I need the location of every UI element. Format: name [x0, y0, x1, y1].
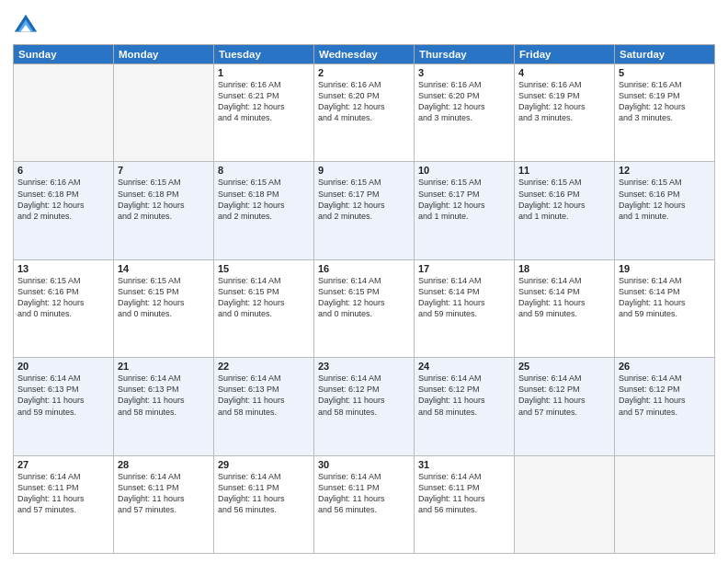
calendar-day-cell: 9Sunrise: 6:15 AM Sunset: 6:17 PM Daylig…: [314, 162, 415, 259]
day-info: Sunrise: 6:15 AM Sunset: 6:15 PM Dayligh…: [118, 275, 210, 320]
calendar-day-cell: 13Sunrise: 6:15 AM Sunset: 6:16 PM Dayli…: [14, 259, 114, 357]
day-info: Sunrise: 6:15 AM Sunset: 6:18 PM Dayligh…: [218, 177, 310, 222]
day-number: 1: [218, 67, 310, 78]
day-number: 29: [218, 459, 310, 470]
day-number: 2: [318, 67, 410, 78]
day-of-week-header: Tuesday: [214, 45, 314, 64]
day-number: 12: [619, 165, 711, 176]
day-info: Sunrise: 6:14 AM Sunset: 6:12 PM Dayligh…: [418, 373, 510, 418]
day-number: 16: [318, 263, 410, 274]
calendar-day-cell: 15Sunrise: 6:14 AM Sunset: 6:15 PM Dayli…: [214, 259, 314, 357]
calendar-week-row: 1Sunrise: 6:16 AM Sunset: 6:21 PM Daylig…: [14, 64, 715, 162]
calendar-week-row: 27Sunrise: 6:14 AM Sunset: 6:11 PM Dayli…: [14, 455, 715, 553]
day-info: Sunrise: 6:16 AM Sunset: 6:20 PM Dayligh…: [318, 79, 410, 124]
day-info: Sunrise: 6:14 AM Sunset: 6:12 PM Dayligh…: [318, 373, 410, 418]
day-number: 28: [118, 459, 210, 470]
calendar-day-cell: 23Sunrise: 6:14 AM Sunset: 6:12 PM Dayli…: [314, 358, 415, 455]
day-number: 26: [619, 361, 711, 372]
calendar-day-cell: 29Sunrise: 6:14 AM Sunset: 6:11 PM Dayli…: [214, 455, 314, 553]
calendar-day-cell: 2Sunrise: 6:16 AM Sunset: 6:20 PM Daylig…: [314, 64, 415, 162]
calendar-day-cell: 5Sunrise: 6:16 AM Sunset: 6:19 PM Daylig…: [615, 64, 715, 162]
day-number: 24: [418, 361, 510, 372]
day-number: 7: [118, 165, 210, 176]
calendar-day-cell: 27Sunrise: 6:14 AM Sunset: 6:11 PM Dayli…: [14, 455, 114, 553]
calendar-day-cell: [114, 64, 214, 162]
calendar-day-cell: 31Sunrise: 6:14 AM Sunset: 6:11 PM Dayli…: [415, 455, 515, 553]
day-number: 15: [218, 263, 310, 274]
day-info: Sunrise: 6:14 AM Sunset: 6:11 PM Dayligh…: [118, 471, 210, 516]
day-of-week-header: Saturday: [615, 45, 715, 64]
calendar-day-cell: 16Sunrise: 6:14 AM Sunset: 6:15 PM Dayli…: [314, 259, 415, 357]
calendar-day-cell: 24Sunrise: 6:14 AM Sunset: 6:12 PM Dayli…: [415, 358, 515, 455]
day-info: Sunrise: 6:15 AM Sunset: 6:17 PM Dayligh…: [318, 177, 410, 222]
day-number: 14: [118, 263, 210, 274]
day-number: 6: [17, 165, 109, 176]
day-info: Sunrise: 6:16 AM Sunset: 6:20 PM Dayligh…: [418, 79, 510, 124]
day-of-week-header: Thursday: [415, 45, 515, 64]
day-info: Sunrise: 6:15 AM Sunset: 6:16 PM Dayligh…: [518, 177, 610, 222]
day-of-week-header: Wednesday: [314, 45, 415, 64]
calendar-day-cell: 26Sunrise: 6:14 AM Sunset: 6:12 PM Dayli…: [615, 358, 715, 455]
page: SundayMondayTuesdayWednesdayThursdayFrid…: [0, 0, 728, 563]
day-info: Sunrise: 6:16 AM Sunset: 6:21 PM Dayligh…: [218, 79, 310, 124]
day-info: Sunrise: 6:14 AM Sunset: 6:12 PM Dayligh…: [518, 373, 610, 418]
day-info: Sunrise: 6:14 AM Sunset: 6:13 PM Dayligh…: [118, 373, 210, 418]
day-number: 19: [619, 263, 711, 274]
day-info: Sunrise: 6:16 AM Sunset: 6:18 PM Dayligh…: [17, 177, 109, 222]
calendar-day-cell: 10Sunrise: 6:15 AM Sunset: 6:17 PM Dayli…: [415, 162, 515, 259]
calendar-day-cell: [515, 455, 615, 553]
day-info: Sunrise: 6:14 AM Sunset: 6:12 PM Dayligh…: [619, 373, 711, 418]
calendar-day-cell: 1Sunrise: 6:16 AM Sunset: 6:21 PM Daylig…: [214, 64, 314, 162]
day-number: 22: [218, 361, 310, 372]
day-info: Sunrise: 6:14 AM Sunset: 6:14 PM Dayligh…: [619, 275, 711, 320]
calendar-day-cell: [615, 455, 715, 553]
day-info: Sunrise: 6:16 AM Sunset: 6:19 PM Dayligh…: [619, 79, 711, 124]
day-number: 20: [17, 361, 109, 372]
calendar-day-cell: 14Sunrise: 6:15 AM Sunset: 6:15 PM Dayli…: [114, 259, 214, 357]
day-info: Sunrise: 6:15 AM Sunset: 6:17 PM Dayligh…: [418, 177, 510, 222]
logo-icon: [13, 13, 39, 39]
day-number: 8: [218, 165, 310, 176]
day-info: Sunrise: 6:14 AM Sunset: 6:13 PM Dayligh…: [218, 373, 310, 418]
day-number: 31: [418, 459, 510, 470]
day-number: 4: [518, 67, 610, 78]
calendar-day-cell: 12Sunrise: 6:15 AM Sunset: 6:16 PM Dayli…: [615, 162, 715, 259]
calendar-header-row: SundayMondayTuesdayWednesdayThursdayFrid…: [14, 45, 715, 64]
calendar-day-cell: 25Sunrise: 6:14 AM Sunset: 6:12 PM Dayli…: [515, 358, 615, 455]
calendar-day-cell: 22Sunrise: 6:14 AM Sunset: 6:13 PM Dayli…: [214, 358, 314, 455]
logo: [13, 13, 42, 39]
day-number: 11: [518, 165, 610, 176]
day-info: Sunrise: 6:14 AM Sunset: 6:11 PM Dayligh…: [418, 471, 510, 516]
day-info: Sunrise: 6:14 AM Sunset: 6:14 PM Dayligh…: [418, 275, 510, 320]
day-number: 21: [118, 361, 210, 372]
calendar-day-cell: 4Sunrise: 6:16 AM Sunset: 6:19 PM Daylig…: [515, 64, 615, 162]
day-info: Sunrise: 6:15 AM Sunset: 6:16 PM Dayligh…: [17, 275, 109, 320]
day-info: Sunrise: 6:14 AM Sunset: 6:13 PM Dayligh…: [17, 373, 109, 418]
day-number: 5: [619, 67, 711, 78]
calendar-day-cell: 8Sunrise: 6:15 AM Sunset: 6:18 PM Daylig…: [214, 162, 314, 259]
calendar-day-cell: 7Sunrise: 6:15 AM Sunset: 6:18 PM Daylig…: [114, 162, 214, 259]
day-of-week-header: Friday: [515, 45, 615, 64]
day-of-week-header: Sunday: [14, 45, 114, 64]
day-number: 30: [318, 459, 410, 470]
calendar: SundayMondayTuesdayWednesdayThursdayFrid…: [13, 44, 715, 554]
day-of-week-header: Monday: [114, 45, 214, 64]
calendar-week-row: 6Sunrise: 6:16 AM Sunset: 6:18 PM Daylig…: [14, 162, 715, 259]
day-number: 13: [17, 263, 109, 274]
day-info: Sunrise: 6:14 AM Sunset: 6:11 PM Dayligh…: [17, 471, 109, 516]
day-info: Sunrise: 6:15 AM Sunset: 6:18 PM Dayligh…: [118, 177, 210, 222]
day-number: 23: [318, 361, 410, 372]
calendar-day-cell: [14, 64, 114, 162]
day-number: 9: [318, 165, 410, 176]
day-info: Sunrise: 6:14 AM Sunset: 6:15 PM Dayligh…: [318, 275, 410, 320]
day-number: 25: [518, 361, 610, 372]
day-number: 18: [518, 263, 610, 274]
header: [13, 9, 715, 39]
calendar-week-row: 13Sunrise: 6:15 AM Sunset: 6:16 PM Dayli…: [14, 259, 715, 357]
calendar-day-cell: 11Sunrise: 6:15 AM Sunset: 6:16 PM Dayli…: [515, 162, 615, 259]
day-number: 27: [17, 459, 109, 470]
calendar-week-row: 20Sunrise: 6:14 AM Sunset: 6:13 PM Dayli…: [14, 358, 715, 455]
calendar-day-cell: 18Sunrise: 6:14 AM Sunset: 6:14 PM Dayli…: [515, 259, 615, 357]
day-info: Sunrise: 6:14 AM Sunset: 6:11 PM Dayligh…: [218, 471, 310, 516]
calendar-day-cell: 30Sunrise: 6:14 AM Sunset: 6:11 PM Dayli…: [314, 455, 415, 553]
